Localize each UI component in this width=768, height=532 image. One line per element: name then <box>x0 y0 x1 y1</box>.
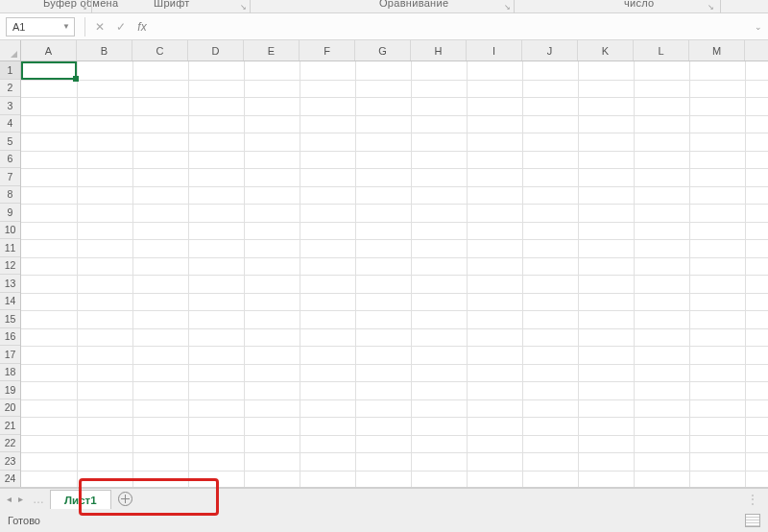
chevron-down-icon[interactable]: ▼ <box>62 22 70 31</box>
add-sheet-button[interactable] <box>111 492 140 506</box>
status-text: Готово <box>8 515 40 526</box>
row-header[interactable]: 17 <box>0 346 20 364</box>
name-box-value: A1 <box>12 21 25 33</box>
fx-icon: fx <box>137 20 146 34</box>
row-header[interactable]: 4 <box>0 115 20 133</box>
column-header[interactable]: C <box>132 40 188 60</box>
name-box[interactable]: A1 ▼ <box>6 17 75 36</box>
row-header[interactable]: 16 <box>0 328 20 347</box>
sheet-tab-bar: ◂ ▸ … Лист1 ⋮ <box>0 488 768 509</box>
row-header[interactable]: 2 <box>0 80 20 98</box>
column-header[interactable]: L <box>634 40 689 60</box>
row-header[interactable]: 12 <box>0 257 20 276</box>
check-icon: ✓ <box>116 20 126 34</box>
select-all-corner[interactable] <box>0 40 21 60</box>
column-header[interactable]: H <box>411 40 467 60</box>
ribbon-group-font: Шрифт <box>154 0 190 9</box>
cancel-formula-button[interactable]: ✕ <box>89 17 110 36</box>
column-header[interactable]: J <box>522 40 578 60</box>
column-header[interactable]: M <box>689 40 745 60</box>
row-header[interactable]: 18 <box>0 364 20 382</box>
row-header[interactable]: 6 <box>0 151 20 169</box>
sheet-nav-prev-button[interactable]: ◂ <box>0 490 13 509</box>
row-header[interactable]: 10 <box>0 222 20 240</box>
ribbon-launcher-icon[interactable]: ↘ <box>240 3 247 12</box>
x-icon: ✕ <box>95 20 105 34</box>
sheet-nav-next-button[interactable]: ▸ <box>13 490 27 509</box>
row-header[interactable]: 22 <box>0 435 20 453</box>
row-header[interactable]: 23 <box>0 452 20 471</box>
column-header[interactable]: A <box>21 40 77 60</box>
macro-record-icon[interactable] <box>745 514 760 527</box>
row-header[interactable]: 13 <box>0 275 20 293</box>
expand-formula-bar-button[interactable]: ⌄ <box>749 22 768 32</box>
column-header[interactable]: K <box>578 40 634 60</box>
ribbon-launcher-icon[interactable]: ↘ <box>504 3 511 12</box>
active-cell[interactable] <box>21 61 77 80</box>
row-header[interactable]: 20 <box>0 399 20 418</box>
ribbon-launcher-icon[interactable]: ↘ <box>81 3 87 12</box>
row-header[interactable]: 7 <box>0 168 20 186</box>
column-header[interactable]: F <box>300 40 355 60</box>
plus-circle-icon <box>118 492 132 506</box>
sheet-tab-active[interactable]: Лист1 <box>50 490 111 509</box>
sheet-bar-options-icon[interactable]: ⋮ <box>747 493 768 506</box>
column-header[interactable]: G <box>355 40 411 60</box>
status-bar: Готово <box>0 509 768 532</box>
insert-function-button[interactable]: fx <box>132 17 153 36</box>
row-header[interactable]: 3 <box>0 97 20 115</box>
sheet-nav-ellipsis: … <box>27 493 50 506</box>
cell-area[interactable] <box>21 61 768 488</box>
formula-input[interactable] <box>153 17 743 36</box>
column-header[interactable]: B <box>77 40 132 60</box>
row-header[interactable]: 5 <box>0 133 20 151</box>
row-header-column: 1 2 3 4 5 6 7 8 9 10 11 12 13 14 15 16 1… <box>0 61 21 488</box>
column-header[interactable]: D <box>188 40 244 60</box>
ribbon-group-alignment: Оравнивание <box>379 0 448 9</box>
row-header[interactable]: 8 <box>0 186 20 205</box>
column-header[interactable]: I <box>467 40 522 60</box>
row-header[interactable]: 1 <box>0 61 20 80</box>
ribbon-group-number: число <box>624 0 655 9</box>
formula-bar: A1 ▼ ✕ ✓ fx ⌄ <box>0 13 768 40</box>
row-header[interactable]: 15 <box>0 310 20 328</box>
ribbon-groups: Буфер обмена ↘ Шрифт ↘ Оравнивание ↘ чис… <box>0 0 768 13</box>
column-header[interactable]: E <box>244 40 300 60</box>
confirm-formula-button[interactable]: ✓ <box>110 17 132 36</box>
row-header[interactable]: 14 <box>0 293 20 311</box>
column-header-row: A B C D E F G H I J K L M <box>0 40 768 61</box>
row-header[interactable]: 11 <box>0 239 20 257</box>
spreadsheet-grid[interactable]: A B C D E F G H I J K L M 1 2 3 4 5 6 7 … <box>0 40 768 488</box>
fill-handle[interactable] <box>73 76 79 82</box>
row-header[interactable]: 9 <box>0 204 20 222</box>
ribbon-launcher-icon[interactable]: ↘ <box>708 3 714 12</box>
row-header[interactable]: 24 <box>0 471 20 489</box>
row-header[interactable]: 21 <box>0 417 20 435</box>
row-header[interactable]: 19 <box>0 381 20 399</box>
